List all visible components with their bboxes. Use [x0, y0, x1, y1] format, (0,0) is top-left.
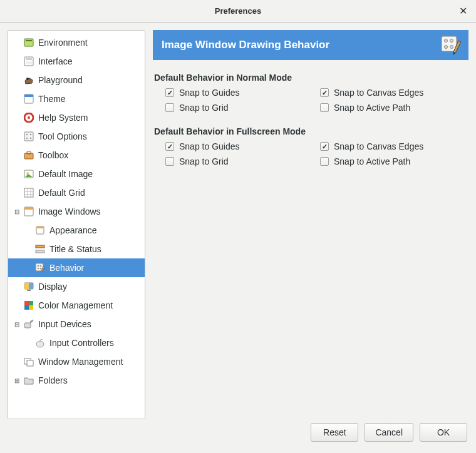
- svg-point-11: [26, 134, 28, 136]
- tree-item-label: Display: [38, 282, 67, 292]
- snap-grid-fullscreen[interactable]: Snap to Grid: [165, 156, 314, 166]
- svg-rect-4: [26, 61, 32, 64]
- reset-label: Reset: [323, 427, 346, 437]
- snap-path-fullscreen[interactable]: Snap to Active Path: [320, 156, 468, 166]
- collapse-icon[interactable]: ⊟: [12, 319, 22, 329]
- snap-guides-fullscreen[interactable]: Snap to Guides: [165, 141, 314, 151]
- tree-item-default-image[interactable]: Default Image: [8, 165, 145, 183]
- svg-point-27: [38, 265, 39, 267]
- svg-rect-7: [24, 94, 33, 97]
- panel-header: Image Window Drawing Behavior: [153, 30, 468, 60]
- checkbox-icon: [165, 88, 174, 97]
- snap-guides-normal[interactable]: Snap to Guides: [165, 88, 314, 98]
- titlebar: Preferences ✕: [0, 0, 476, 23]
- snap-grid-label: Snap to Grid: [179, 156, 229, 166]
- input-ctrl-icon: [34, 337, 46, 349]
- svg-rect-43: [442, 36, 457, 51]
- tree-item-input-controllers[interactable]: Input Controllers: [8, 333, 145, 352]
- svg-point-46: [445, 46, 448, 49]
- toolbox-icon: [23, 150, 34, 161]
- tree-item-interface[interactable]: Interface: [8, 52, 145, 71]
- tree-item-label: Playground: [38, 75, 83, 85]
- tree-item-environment[interactable]: Environment: [8, 33, 145, 52]
- svg-rect-33: [29, 283, 33, 289]
- tree-item-playground[interactable]: Playground: [8, 71, 145, 89]
- tree-item-label: Color Management: [38, 300, 113, 310]
- snap-path-normal[interactable]: Snap to Active Path: [320, 103, 468, 113]
- tree-item-theme[interactable]: Theme: [8, 89, 145, 108]
- tree-item-tool-options[interactable]: Tool Options: [8, 127, 145, 146]
- svg-rect-19: [24, 188, 33, 197]
- ok-label: OK: [437, 427, 450, 437]
- svg-rect-32: [24, 283, 29, 289]
- snap-grid-normal[interactable]: Snap to Grid: [165, 103, 314, 113]
- tree-item-folders[interactable]: ⊞Folders: [8, 371, 145, 390]
- tree-item-toolbox[interactable]: Toolbox: [8, 146, 145, 165]
- input-devices-icon: [23, 318, 34, 330]
- tree-item-label: Environment: [38, 38, 88, 48]
- default-grid-icon: [23, 187, 34, 198]
- svg-point-40: [36, 341, 44, 347]
- snap-edges-label: Snap to Canvas Edges: [334, 88, 423, 98]
- svg-point-12: [30, 134, 32, 136]
- tree-item-appearance[interactable]: Appearance: [8, 221, 145, 240]
- tree-item-label: Theme: [38, 94, 66, 104]
- svg-point-29: [38, 268, 39, 270]
- default-image-icon: [23, 168, 34, 180]
- tree-item-label: Interface: [38, 56, 72, 66]
- window-title: Preferences: [215, 6, 261, 16]
- svg-rect-23: [36, 227, 44, 228]
- tree-item-label: Default Grid: [38, 188, 85, 198]
- snap-edges-normal[interactable]: Snap to Canvas Edges: [320, 88, 468, 98]
- reset-button[interactable]: Reset: [311, 423, 358, 442]
- ok-button[interactable]: OK: [420, 423, 467, 442]
- environment-icon: [23, 37, 34, 48]
- folders-icon: [23, 375, 34, 386]
- tree-item-help-system[interactable]: Help System: [8, 108, 145, 127]
- category-tree[interactable]: EnvironmentInterfacePlaygroundThemeHelp …: [8, 30, 145, 419]
- snap-path-label: Snap to Active Path: [334, 156, 410, 166]
- svg-rect-39: [24, 323, 31, 328]
- svg-rect-21: [24, 207, 33, 210]
- collapse-icon[interactable]: ⊟: [12, 206, 22, 216]
- close-button[interactable]: ✕: [456, 4, 470, 18]
- fullscreen-mode-options: Snap to Guides Snap to Canvas Edges Snap…: [165, 141, 468, 166]
- svg-rect-10: [24, 132, 33, 141]
- snap-edges-fullscreen[interactable]: Snap to Canvas Edges: [320, 141, 468, 151]
- tree-item-behavior[interactable]: Behavior: [8, 258, 145, 277]
- tree-item-image-windows[interactable]: ⊟Image Windows: [8, 202, 145, 221]
- snap-grid-label: Snap to Grid: [179, 103, 229, 113]
- content-area: EnvironmentInterfacePlaygroundThemeHelp …: [0, 23, 476, 419]
- checkbox-icon: [165, 142, 174, 151]
- tree-item-label: Help System: [38, 113, 88, 123]
- tree-item-title-status[interactable]: Title & Status: [8, 240, 145, 258]
- svg-point-28: [40, 265, 42, 267]
- svg-point-13: [26, 138, 28, 140]
- cancel-button[interactable]: Cancel: [365, 423, 413, 442]
- svg-point-30: [40, 268, 42, 270]
- checkbox-icon: [165, 103, 174, 112]
- image-windows-icon: [23, 206, 34, 217]
- expand-icon[interactable]: ⊞: [12, 375, 22, 385]
- preferences-dialog: Preferences ✕ EnvironmentInterfacePlaygr…: [0, 0, 476, 453]
- svg-point-47: [450, 46, 453, 49]
- cancel-label: Cancel: [375, 427, 403, 437]
- svg-point-44: [445, 39, 448, 43]
- panel-title: Image Window Drawing Behavior: [162, 39, 329, 51]
- tree-item-color-management[interactable]: Color Management: [8, 296, 145, 315]
- snap-path-label: Snap to Active Path: [334, 103, 410, 113]
- section-title-fullscreen: Default Behavior in Fullscreen Mode: [154, 126, 468, 136]
- tree-item-default-grid[interactable]: Default Grid: [8, 183, 145, 202]
- tree-item-input-devices[interactable]: ⊟Input Devices: [8, 315, 145, 333]
- color-mgmt-icon: [23, 300, 34, 311]
- svg-point-5: [26, 78, 29, 80]
- tree-item-display[interactable]: Display: [8, 277, 145, 296]
- svg-rect-34: [27, 290, 31, 291]
- svg-rect-0: [24, 39, 33, 46]
- tree-item-label: Title & Status: [49, 244, 101, 254]
- checkbox-icon: [320, 103, 329, 112]
- tree-item-window-management[interactable]: Window Management: [8, 352, 145, 371]
- checkbox-icon: [320, 157, 329, 166]
- snap-guides-label: Snap to Guides: [179, 88, 240, 98]
- snap-edges-label: Snap to Canvas Edges: [334, 141, 423, 151]
